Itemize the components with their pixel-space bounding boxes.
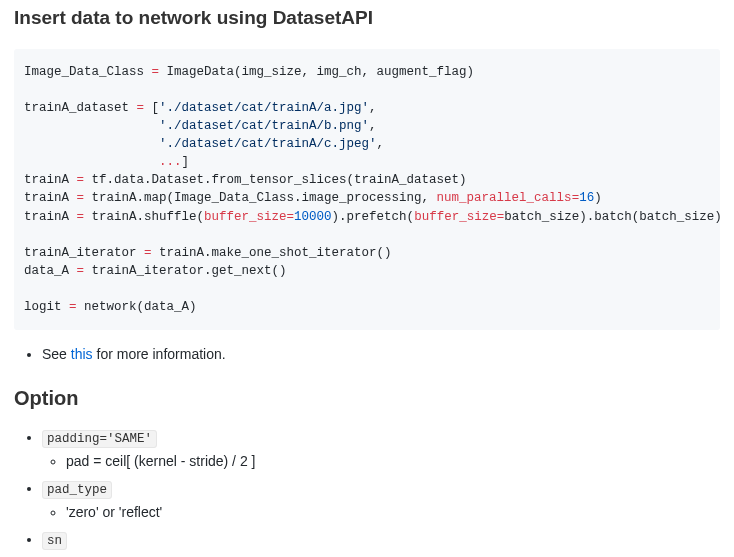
- code-block[interactable]: Image_Data_Class = ImageData(img_size, i…: [14, 49, 720, 331]
- heading-option: Option: [14, 383, 720, 413]
- option-padtype: pad_type 'zero' or 'reflect': [42, 478, 720, 523]
- note-item: See this for more information.: [42, 344, 720, 365]
- code-padding-same: padding='SAME': [42, 430, 157, 448]
- option-padtype-sub: 'zero' or 'reflect': [66, 502, 720, 523]
- option-sn-sub: use spectral_normalization or not: [66, 553, 720, 558]
- code-sn: sn: [42, 532, 67, 550]
- code-pad-type: pad_type: [42, 481, 112, 499]
- this-link[interactable]: this: [71, 346, 93, 362]
- code-text: Image_Data_Class = ImageData(img_size, i…: [24, 65, 720, 315]
- heading-insert-data: Insert data to network using DatasetAPI: [14, 4, 720, 33]
- option-sn: sn use spectral_normalization or not: [42, 529, 720, 557]
- option-padding: padding='SAME' pad = ceil[ (kernel - str…: [42, 427, 720, 472]
- note-list: See this for more information.: [14, 344, 720, 365]
- option-list: padding='SAME' pad = ceil[ (kernel - str…: [14, 427, 720, 557]
- option-padding-sub: pad = ceil[ (kernel - stride) / 2 ]: [66, 451, 720, 472]
